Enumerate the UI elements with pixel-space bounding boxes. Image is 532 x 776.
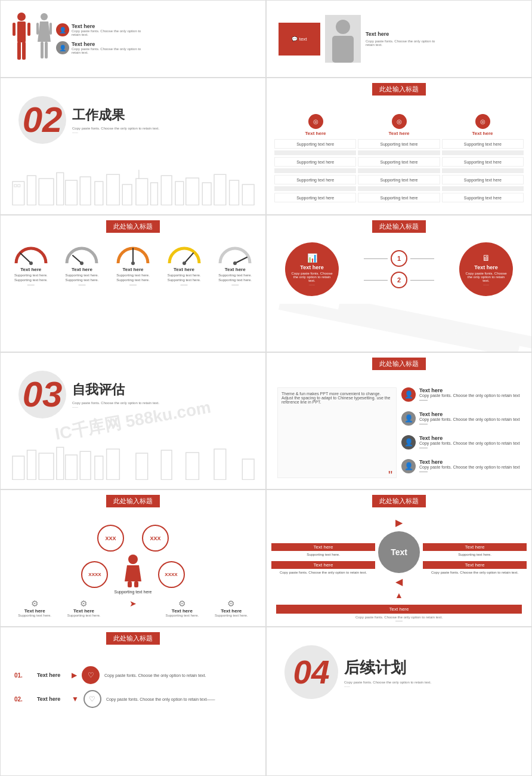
right-card-2-support: Copy paste fonts. Choose the only option… (423, 571, 527, 574)
bottom-icon-1: ⚙ Text here Supporting text here. (17, 599, 52, 617)
svg-point-61 (128, 555, 138, 564)
icon-label-1: Text here (24, 608, 45, 614)
gauge-item-3: Text here Supporting text here. Supporti… (112, 242, 154, 287)
icon-row-2: 👤 Text here Copy paste fonts. Choose the… (401, 411, 521, 426)
svg-rect-50 (39, 453, 54, 479)
quote-mark: " (388, 469, 392, 482)
bottom-card-label: Text here (276, 605, 522, 614)
table-cell: Supporting text here (274, 139, 356, 149)
flow-item-2: 02. Text here ▼ ♡ Copy paste fonts. Choo… (14, 690, 252, 708)
item-text-2: Copy paste fonts. Choose the only option… (419, 417, 521, 426)
icon-support-4: Supporting text here. (215, 614, 248, 617)
slide-5-2: 此处输入标题 Text here Supporting text here. T… (266, 489, 532, 627)
svg-rect-52 (66, 455, 78, 479)
bottom-icon-arrow: ➤ (115, 599, 151, 617)
section-title-2-1: 工作成果 (72, 106, 159, 124)
flow-circle-1: ♡ (82, 666, 100, 684)
icon-label-4: Text here (221, 608, 242, 614)
svg-rect-51 (57, 447, 64, 479)
table-cell: Supporting text here (274, 175, 356, 184)
table-cell (442, 150, 524, 155)
left-cards: Text here Supporting text here. Text her… (271, 543, 375, 574)
table-cell: Supporting text here (274, 193, 356, 202)
svg-rect-53 (80, 451, 91, 479)
slide-2-1: 02 工作成果 Copy paste fonts. Choose the onl… (0, 78, 266, 215)
left-card-1: Text here Supporting text here. (271, 543, 375, 556)
icon-label-3: Text here (172, 608, 193, 614)
svg-rect-49 (27, 450, 36, 479)
center-text-5-1: Supporting text here (114, 590, 151, 594)
gauge-support-5b: Supporting text here. (218, 278, 252, 282)
svg-rect-19 (39, 178, 54, 205)
svg-rect-30 (186, 178, 199, 205)
text-here-1a: Text here (72, 23, 143, 29)
slide-4-1: 03 自我评估 Copy paste fonts. Choose the onl… (0, 352, 266, 489)
item-title-4: Text here (419, 459, 521, 465)
female-silhouette-gray (35, 12, 53, 66)
gauge-label-2: Text here (72, 267, 92, 272)
slide-1-2: 💬 text Text here Copy paste fonts. Choos… (266, 0, 532, 78)
subtitle-4-1: Copy paste fonts. Choose the only option… (72, 401, 159, 405)
right-cards: Text here Supporting text here. Text her… (423, 543, 527, 574)
table-cell: Supporting text here (358, 193, 440, 202)
svg-rect-5 (27, 23, 30, 36)
bottom-icon-2: ⚙ Text here Supporting text here. (66, 599, 102, 617)
gauge-item-5: Text here Supporting text here. Supporti… (214, 242, 256, 287)
flow-text-2: Copy paste fonts. Choose the only option… (106, 697, 215, 701)
item-title-3: Text here (419, 435, 521, 441)
center-section: ▶ Text ◀ ▲ (378, 517, 420, 600)
table-cell (274, 186, 356, 191)
table-cell: Supporting text here (358, 157, 440, 167)
table-cell (358, 186, 440, 191)
female-figure (121, 555, 145, 587)
svg-rect-9 (45, 42, 48, 58)
gauge-item-4: Text here Supporting text here. Supporti… (163, 242, 205, 287)
bottom-dash: —— (276, 619, 522, 623)
svg-rect-26 (136, 178, 148, 205)
svg-rect-8 (41, 42, 44, 58)
num-1: 1 (391, 250, 407, 267)
city-skyline (10, 170, 256, 205)
circle2-title: Text here (474, 264, 497, 270)
table-cell: Supporting text here (358, 139, 440, 149)
icon-label-2: Text here (73, 608, 94, 614)
col3-header: Text here (441, 131, 524, 136)
section-title-bar-3-1: 此处输入标题 (106, 220, 160, 233)
slide-1-1: 👤 Text here Copy paste fonts. Choose the… (0, 0, 266, 78)
circle1-dots: ...... (309, 282, 315, 286)
svg-rect-58 (186, 452, 199, 479)
icon-support-1: Supporting text here. (18, 614, 51, 617)
table-cell: Supporting text here (442, 139, 524, 149)
svg-rect-64 (134, 581, 138, 587)
big-number-02: 02 (23, 102, 63, 138)
icon-4: 👤 (401, 459, 416, 473)
table-cell (442, 186, 524, 191)
slide-3-1: 此处输入标题 Text here Supporting text here. S… (0, 215, 266, 352)
dots-4-1: ...... (72, 405, 159, 408)
dots-2-1: ...... (72, 130, 159, 134)
left-card-2: Text here Copy paste fonts. Choose the o… (271, 561, 375, 574)
flow-circle-2: ♡ (83, 690, 101, 708)
gauge-support-3: Supporting text here. (116, 273, 150, 277)
chat-label: 💬 text (292, 36, 307, 42)
right-card-1-label: Text here (423, 543, 527, 551)
section-title-bar-6-1: 此处输入标题 (106, 632, 160, 645)
svg-rect-28 (161, 175, 172, 205)
bottom-icon-3: ⚙ Text here Supporting text here. (164, 599, 200, 617)
section-title-bar-5-2: 此处输入标题 (372, 495, 426, 507)
arrow-left-bottom: ◀ (395, 576, 403, 587)
text-here-2a: Text here (366, 31, 443, 37)
section-title-bar-3-2: 此处输入标题 (372, 220, 426, 233)
left-card-2-label: Text here (271, 561, 375, 569)
svg-line-36 (20, 253, 31, 263)
item-text-3: Copy paste fonts. Choose the only option… (419, 441, 521, 449)
svg-rect-48 (13, 456, 24, 479)
svg-rect-17 (18, 184, 20, 187)
gauge-label-5: Text here (225, 267, 246, 272)
icon-3: 👤 (401, 435, 416, 449)
quote-text: Theme & fun makes PPT more convenient to… (282, 392, 392, 404)
table-cell (274, 168, 356, 173)
item-title-2: Text here (419, 411, 521, 417)
svg-line-47 (339, 304, 531, 352)
xxxx-circle-2: XXXX (158, 561, 185, 588)
